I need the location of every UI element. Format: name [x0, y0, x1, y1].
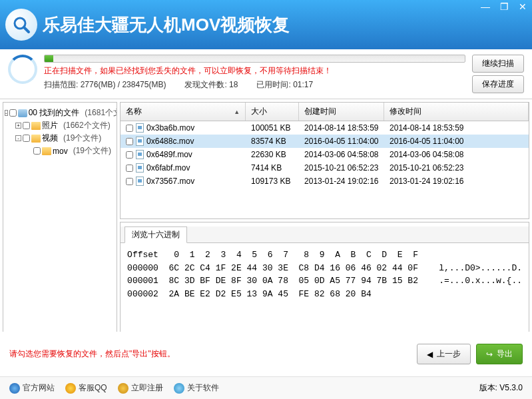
file-size: 7414 KB	[246, 163, 299, 173]
folder-icon	[31, 122, 41, 130]
ie-icon	[9, 383, 20, 394]
file-ctime: 2014-03-06 04:58:08	[299, 150, 384, 159]
file-size: 22630 KB	[246, 150, 299, 159]
app-title: 乐易佳大疆无人机MOV视频恢复	[43, 13, 290, 37]
footer: 请勾选您需要恢复的文件，然后点"导出"按钮。 ◀上一步 ↪导出 官方网站 客服Q…	[0, 332, 532, 399]
file-list-body[interactable]: 0x3ba6b.mov100051 KB2014-08-14 18:53:592…	[121, 121, 529, 188]
file-ctime: 2016-04-05 11:04:00	[299, 137, 384, 146]
link-qq-support[interactable]: 客服QQ	[65, 382, 107, 394]
file-row[interactable]: 0x3ba6b.mov100051 KB2014-08-14 18:53:592…	[121, 121, 529, 135]
progress-stats: 扫描范围: 2776(MB) / 238475(MB) 发现文件数: 18 已用…	[44, 79, 465, 91]
file-size: 83574 KB	[246, 137, 299, 146]
file-name: 0x73567.mov	[146, 177, 194, 186]
prev-button[interactable]: ◀上一步	[417, 344, 471, 364]
title-bar: — ❐ ✕ 乐易佳大疆无人机MOV视频恢复	[0, 0, 532, 49]
disk-icon	[18, 109, 27, 117]
file-ctime: 2013-01-24 19:02:16	[299, 177, 384, 186]
file-mtime: 2013-01-24 19:02:16	[384, 177, 529, 186]
file-checkbox[interactable]	[126, 178, 133, 185]
qq-icon	[65, 383, 76, 394]
window-buttons: — ❐ ✕	[476, 0, 532, 13]
file-mtime: 2015-10-21 06:52:23	[384, 163, 529, 173]
hex-tab[interactable]: 浏览十六进制	[125, 226, 187, 243]
folder-tree[interactable]: - 00 找到的文件(1681个文件) 0(GB)+ 照片(1662个文件)- …	[3, 102, 117, 336]
link-register[interactable]: 立即注册	[118, 382, 163, 394]
file-name: 0x6fabf.mov	[146, 163, 190, 173]
tree-label: 照片	[42, 120, 58, 131]
folder-icon	[31, 135, 41, 143]
expand-icon[interactable]: -	[5, 110, 8, 116]
restore-button[interactable]: ❐	[495, 0, 513, 13]
tree-checkbox[interactable]	[23, 135, 30, 142]
elapsed-time: 01:17	[293, 80, 313, 89]
file-mtime: 2016-04-05 11:04:00	[384, 137, 529, 146]
file-mtime: 2014-08-14 18:53:59	[384, 123, 529, 133]
info-icon	[174, 383, 184, 394]
expand-icon[interactable]: +	[15, 123, 21, 129]
close-button[interactable]: ✕	[513, 0, 532, 13]
tree-label: mov	[53, 147, 68, 156]
progress-bar	[44, 55, 465, 63]
file-mtime: 2014-03-06 04:58:08	[384, 150, 529, 159]
video-file-icon	[136, 123, 144, 133]
arrow-left-icon: ◀	[427, 350, 433, 359]
tree-checkbox[interactable]	[23, 122, 30, 129]
file-checkbox[interactable]	[126, 138, 133, 145]
file-row[interactable]: 0x6fabf.mov7414 KB2015-10-21 06:52:23201…	[121, 161, 529, 175]
scan-range: 2776(MB) / 238475(MB)	[81, 80, 166, 89]
scan-spinner-icon	[8, 55, 37, 84]
svg-line-1	[24, 27, 29, 32]
export-icon: ↪	[486, 350, 493, 359]
export-button[interactable]: ↪导出	[476, 344, 523, 364]
tree-row[interactable]: mov(19个文件)	[5, 145, 115, 157]
tree-meta: (19个文件)	[73, 145, 111, 157]
file-size: 109173 KB	[246, 177, 299, 186]
col-size[interactable]: 大小	[246, 103, 299, 121]
file-list-header: 名称▲ 大小 创建时间 修改时间	[121, 103, 529, 121]
sort-asc-icon: ▲	[234, 109, 240, 115]
file-name: 0x6488c.mov	[146, 137, 194, 146]
files-found: 18	[229, 80, 238, 89]
col-mtime[interactable]: 修改时间	[384, 103, 529, 121]
file-ctime: 2015-10-21 06:52:23	[299, 163, 384, 173]
link-official-site[interactable]: 官方网站	[9, 382, 55, 394]
tree-row[interactable]: - 视频(19个文件)	[5, 132, 115, 145]
file-row[interactable]: 0x6489f.mov22630 KB2014-03-06 04:58:0820…	[121, 148, 529, 161]
file-name: 0x3ba6b.mov	[146, 123, 194, 133]
progress-message: 正在扫描文件，如果已经找到您丢失的文件，可以立即恢复，不用等待扫描结束！	[44, 65, 465, 77]
tree-checkbox[interactable]	[33, 147, 41, 155]
folder-icon	[42, 147, 51, 155]
export-hint: 请勾选您需要恢复的文件，然后点"导出"按钮。	[9, 348, 175, 360]
file-name: 0x6489f.mov	[146, 150, 192, 159]
expand-icon[interactable]: -	[15, 135, 21, 141]
continue-scan-button[interactable]: 继续扫描	[472, 55, 524, 73]
file-checkbox[interactable]	[126, 165, 133, 172]
tree-label: 00 找到的文件	[29, 107, 80, 119]
col-ctime[interactable]: 创建时间	[299, 103, 384, 121]
file-size: 100051 KB	[246, 123, 299, 133]
file-ctime: 2014-08-14 18:53:59	[299, 123, 384, 133]
tree-checkbox[interactable]	[9, 109, 17, 117]
version-label: 版本: V5.3.0	[479, 382, 523, 394]
tree-row[interactable]: - 00 找到的文件(1681个文件) 0(GB)	[5, 107, 115, 119]
progress-fill	[45, 55, 53, 62]
tree-meta: (1681个文件) 0(GB)	[85, 107, 117, 119]
tree-meta: (1662个文件)	[63, 120, 111, 131]
video-file-icon	[136, 150, 144, 159]
video-file-icon	[136, 177, 144, 186]
file-row[interactable]: 0x6488c.mov83574 KB2016-04-05 11:04:0020…	[121, 135, 529, 148]
minimize-button[interactable]: —	[476, 0, 495, 13]
file-checkbox[interactable]	[126, 125, 133, 132]
col-name[interactable]: 名称▲	[121, 103, 246, 121]
video-file-icon	[136, 163, 144, 173]
link-about[interactable]: 关于软件	[174, 382, 219, 394]
file-list: 名称▲ 大小 创建时间 修改时间 0x3ba6b.mov100051 KB201…	[120, 102, 529, 219]
key-icon	[118, 383, 129, 394]
hex-content: Offset 0 1 2 3 4 5 6 7 8 9 A B C D E F 0…	[121, 243, 529, 306]
file-row[interactable]: 0x73567.mov109173 KB2013-01-24 19:02:162…	[121, 175, 529, 188]
file-checkbox[interactable]	[126, 151, 133, 159]
app-logo-icon	[5, 9, 37, 41]
tree-row[interactable]: + 照片(1662个文件)	[5, 119, 115, 132]
save-progress-button[interactable]: 保存进度	[472, 75, 524, 93]
video-file-icon	[136, 137, 144, 146]
